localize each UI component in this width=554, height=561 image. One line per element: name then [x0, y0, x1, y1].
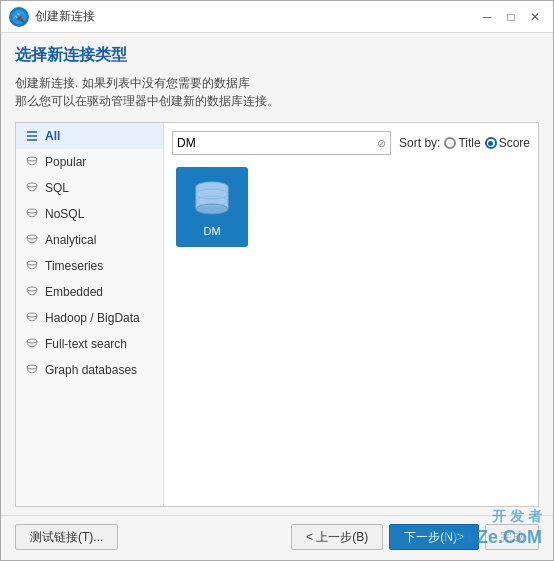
db-grid: DM: [172, 163, 530, 498]
graph-icon: [24, 362, 40, 378]
svg-point-5: [27, 157, 37, 161]
sort-label: Sort by:: [399, 136, 440, 150]
hadoop-icon: [24, 310, 40, 326]
sidebar-label-sql: SQL: [45, 181, 69, 195]
description-text: 创建新连接. 如果列表中没有您需要的数据库那么您可以在驱动管理器中创建新的数据库…: [15, 74, 539, 110]
sort-score-label: Score: [499, 136, 530, 150]
embedded-icon: [24, 284, 40, 300]
dm-db-icon: [190, 177, 234, 221]
test-connection-button[interactable]: 测试链接(T)...: [15, 524, 118, 550]
search-bar: ⊘ Sort by: Title Score: [172, 131, 530, 155]
app-icon: 🔌: [9, 7, 29, 27]
footer-right: < 上一步(B) 下一步(N)> 完成: [291, 524, 539, 550]
svg-point-7: [27, 209, 37, 213]
sidebar-item-analytical[interactable]: Analytical: [16, 227, 163, 253]
sql-icon: [24, 180, 40, 196]
back-button[interactable]: < 上一步(B): [291, 524, 383, 550]
sidebar-label-hadoop: Hadoop / BigData: [45, 311, 140, 325]
sidebar-label-all: All: [45, 129, 60, 143]
sidebar-label-nosql: NoSQL: [45, 207, 84, 221]
right-panel: ⊘ Sort by: Title Score: [164, 123, 538, 506]
next-button[interactable]: 下一步(N)>: [389, 524, 479, 550]
timeseries-icon: [24, 258, 40, 274]
sidebar-label-fulltext: Full-text search: [45, 337, 127, 351]
svg-point-8: [27, 235, 37, 239]
dm-card-label: DM: [203, 225, 220, 237]
sort-options: Sort by: Title Score: [399, 136, 530, 150]
footer: 测试链接(T)... < 上一步(B) 下一步(N)> 完成: [1, 515, 553, 560]
sidebar-label-popular: Popular: [45, 155, 86, 169]
sort-title-radio[interactable]: Title: [444, 136, 480, 150]
sidebar-item-embedded[interactable]: Embedded: [16, 279, 163, 305]
title-bar: 🔌 创建新连接 ─ □ ✕: [1, 1, 553, 33]
sidebar-item-hadoop[interactable]: Hadoop / BigData: [16, 305, 163, 331]
maximize-button[interactable]: □: [501, 7, 521, 27]
sidebar: All Popular: [16, 123, 164, 506]
nosql-icon: [24, 206, 40, 222]
search-input-wrap[interactable]: ⊘: [172, 131, 391, 155]
window-controls: ─ □ ✕: [477, 7, 545, 27]
svg-point-10: [27, 287, 37, 291]
footer-left: 测试链接(T)...: [15, 524, 118, 550]
content-area: 选择新连接类型 创建新连接. 如果列表中没有您需要的数据库那么您可以在驱动管理器…: [1, 33, 553, 515]
svg-text:🔌: 🔌: [14, 12, 26, 24]
svg-point-6: [27, 183, 37, 187]
fulltext-icon: [24, 336, 40, 352]
sidebar-item-graph[interactable]: Graph databases: [16, 357, 163, 383]
radio-title-circle: [444, 137, 456, 149]
db-card-dm[interactable]: DM: [176, 167, 248, 247]
all-icon: [24, 128, 40, 144]
svg-point-12: [27, 339, 37, 343]
sort-score-radio[interactable]: Score: [485, 136, 530, 150]
search-clear-icon[interactable]: ⊘: [377, 137, 386, 150]
svg-point-9: [27, 261, 37, 265]
svg-point-11: [27, 313, 37, 317]
main-panel: All Popular: [15, 122, 539, 507]
sidebar-item-popular[interactable]: Popular: [16, 149, 163, 175]
sidebar-label-embedded: Embedded: [45, 285, 103, 299]
close-button[interactable]: ✕: [525, 7, 545, 27]
popular-icon: [24, 154, 40, 170]
page-title: 选择新连接类型: [15, 45, 539, 66]
sidebar-item-fulltext[interactable]: Full-text search: [16, 331, 163, 357]
sidebar-item-nosql[interactable]: NoSQL: [16, 201, 163, 227]
main-window: 🔌 创建新连接 ─ □ ✕ 选择新连接类型 创建新连接. 如果列表中没有您需要的…: [0, 0, 554, 561]
sort-title-label: Title: [458, 136, 480, 150]
svg-point-13: [27, 365, 37, 369]
sidebar-item-sql[interactable]: SQL: [16, 175, 163, 201]
analytical-icon: [24, 232, 40, 248]
sidebar-item-all[interactable]: All: [16, 123, 163, 149]
sidebar-item-timeseries[interactable]: Timeseries: [16, 253, 163, 279]
minimize-button[interactable]: ─: [477, 7, 497, 27]
search-input[interactable]: [177, 136, 377, 150]
sidebar-label-graph: Graph databases: [45, 363, 137, 377]
sidebar-label-analytical: Analytical: [45, 233, 96, 247]
radio-score-circle: [485, 137, 497, 149]
sidebar-label-timeseries: Timeseries: [45, 259, 103, 273]
window-title: 创建新连接: [35, 8, 477, 25]
finish-button[interactable]: 完成: [485, 524, 539, 550]
